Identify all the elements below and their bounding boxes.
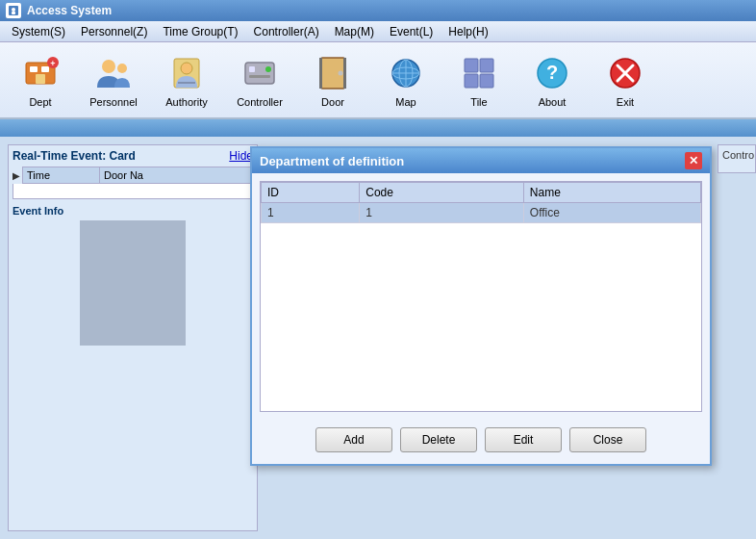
dialog-body: ID Code Name 1 1 Office [252, 173, 710, 420]
main-area: Real-Time Event: Card Hide ▶ Time Door N… [0, 137, 756, 539]
dialog-overlay: Department of definition ✕ ID Code Name [0, 137, 756, 539]
personnel-icon [93, 53, 134, 93]
table-body: 1 1 Office [262, 203, 701, 223]
tile-icon [459, 53, 499, 93]
svg-rect-5 [41, 66, 49, 72]
dialog-footer: Add Delete Edit Close [252, 420, 710, 464]
col-header-name: Name [523, 183, 700, 203]
svg-rect-31 [480, 74, 493, 88]
toolbar: + Dept Personnel Authority [0, 42, 756, 119]
toolbar-door-button[interactable]: Door [300, 47, 365, 113]
svg-point-1 [12, 8, 15, 12]
toolbar-tile-button[interactable]: Tile [446, 47, 512, 113]
toolbar-map-button[interactable]: Map [373, 47, 439, 113]
dept-label: Dept [29, 96, 51, 108]
controller-label: Controller [237, 96, 283, 108]
edit-button[interactable]: Edit [485, 427, 562, 452]
authority-label: Authority [165, 96, 207, 108]
door-label: Door [321, 96, 344, 108]
about-icon: ? [532, 53, 572, 93]
svg-rect-14 [245, 63, 274, 84]
right-panel-label: Contro [722, 149, 754, 161]
map-icon [386, 53, 426, 93]
add-button[interactable]: Add [315, 427, 392, 452]
personnel-label: Personnel [89, 96, 138, 108]
cell-name: Office [523, 203, 700, 223]
col-header-id: ID [262, 183, 360, 203]
svg-point-9 [102, 60, 115, 73]
svg-rect-2 [12, 12, 15, 14]
svg-rect-22 [343, 58, 346, 89]
svg-point-20 [339, 70, 343, 75]
svg-rect-13 [178, 82, 195, 84]
door-icon [313, 53, 353, 93]
svg-point-12 [181, 63, 192, 74]
menu-system[interactable]: System(S) [4, 23, 73, 40]
exit-icon [605, 53, 645, 93]
svg-text:?: ? [546, 62, 558, 83]
toolbar-exit-button[interactable]: Exit [592, 47, 658, 113]
app-icon [6, 3, 21, 18]
menu-controller[interactable]: Controller(A) [246, 23, 327, 40]
toolbar-about-button[interactable]: ? About [519, 47, 585, 113]
cell-id: 1 [262, 203, 360, 223]
about-label: About [539, 96, 567, 108]
exit-label: Exit [617, 96, 634, 108]
svg-rect-6 [36, 74, 45, 84]
menu-personnel[interactable]: Personnel(Z) [73, 23, 155, 40]
svg-rect-21 [319, 58, 322, 89]
toolbar-personnel-button[interactable]: Personnel [81, 47, 146, 113]
svg-point-10 [117, 64, 127, 73]
svg-rect-30 [465, 74, 478, 88]
app-title: Access System [27, 4, 112, 17]
controller-icon [239, 53, 280, 93]
svg-rect-16 [249, 75, 270, 78]
toolbar-authority-button[interactable]: Authority [154, 47, 219, 113]
toolbar-dept-button[interactable]: + Dept [8, 47, 73, 113]
dialog-title: Department of definition [260, 154, 404, 168]
menu-bar: System(S) Personnel(Z) Time Group(T) Con… [0, 21, 756, 42]
svg-point-17 [265, 66, 271, 72]
col-header-code: Code [360, 183, 524, 203]
delete-button[interactable]: Delete [400, 427, 477, 452]
svg-rect-29 [480, 59, 493, 72]
menu-map[interactable]: Map(M) [327, 23, 382, 40]
title-bar: Access System [0, 0, 756, 21]
right-panel: Contro [718, 144, 756, 173]
menu-help[interactable]: Help(H) [441, 23, 495, 40]
department-table: ID Code Name 1 1 Office [261, 182, 701, 223]
svg-rect-28 [465, 59, 478, 72]
menu-event[interactable]: Event(L) [382, 23, 441, 40]
toolbar-controller-button[interactable]: Controller [227, 47, 292, 113]
department-table-container[interactable]: ID Code Name 1 1 Office [260, 181, 702, 412]
cell-code: 1 [360, 203, 524, 223]
dialog-title-bar: Department of definition ✕ [252, 148, 710, 173]
authority-icon [166, 53, 207, 93]
svg-rect-4 [30, 66, 38, 72]
map-label: Map [395, 96, 416, 108]
department-dialog: Department of definition ✕ ID Code Name [250, 146, 712, 466]
tile-label: Tile [470, 96, 487, 108]
svg-text:+: + [50, 59, 55, 68]
table-row[interactable]: 1 1 Office [262, 203, 701, 223]
table-header-row: ID Code Name [262, 183, 701, 203]
dept-icon: + [20, 53, 61, 93]
close-button[interactable]: Close [569, 427, 646, 452]
dialog-close-button[interactable]: ✕ [685, 152, 702, 169]
menu-timegroup[interactable]: Time Group(T) [155, 23, 245, 40]
separator-bar [0, 119, 756, 137]
svg-rect-15 [249, 66, 255, 72]
